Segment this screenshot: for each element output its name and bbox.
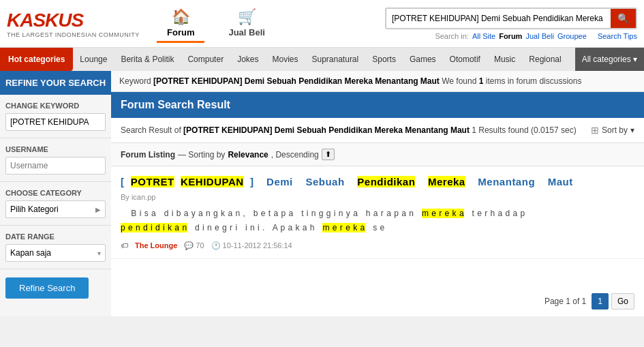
username-label: USERNAME <box>5 145 106 153</box>
title-highlight-potret: POTRET <box>131 176 174 187</box>
tag-icon: 🏷 <box>121 241 128 250</box>
date-range-dropdown[interactable]: Kapan saja ▾ <box>5 244 106 262</box>
date-range-section: DATE RANGE Kapan saja ▾ <box>0 226 111 269</box>
chevron-down-icon: ▾ <box>97 250 101 257</box>
forum-result-header: Forum Search Result <box>111 92 644 118</box>
page-1-button[interactable]: 1 <box>592 293 609 310</box>
cat-regional[interactable]: Regional <box>522 48 568 71</box>
excerpt-highlight-pendidikan: p e n d i d i k a n <box>121 223 187 232</box>
cat-computer[interactable]: Computer <box>181 48 230 71</box>
cat-music[interactable]: Music <box>487 48 522 71</box>
result-meta: 🏷 The Lounge 💬 70 🕐 10-11-2012 21:56:14 <box>121 241 634 250</box>
category-nav: Hot categories Lounge Berita & Politik C… <box>0 48 644 71</box>
jual-beli-icon: 🛒 <box>238 8 256 26</box>
cat-sports[interactable]: Sports <box>365 48 403 71</box>
sort-by-label: Sort by <box>602 125 628 135</box>
title-highlight-mereka: Mereka <box>428 176 465 187</box>
nav-jual-beli-label: Jual Beli <box>228 27 264 37</box>
sorting-order: , Descending <box>271 150 319 160</box>
search-in-label: Search in: <box>435 32 469 40</box>
found-count: 1 <box>479 76 484 86</box>
cat-movies[interactable]: Movies <box>265 48 305 71</box>
result-excerpt: B i s a d i b a y a n g k a n , b e t a … <box>121 207 634 236</box>
choose-category-label: CHOOSE CATEGORY <box>5 189 106 197</box>
refine-search-button[interactable]: Refine Search <box>5 277 89 299</box>
grid-icon: ⊞ <box>591 125 599 136</box>
keyword-prefix: Keyword <box>119 76 151 86</box>
pagination: Page 1 of 1 1 Go <box>111 286 644 316</box>
listing-label: Forum Listing <box>121 150 175 160</box>
username-section: USERNAME <box>0 138 111 182</box>
page-of-label: Page 1 of 1 <box>545 297 586 306</box>
logo-subtitle: THE LARGEST INDONESIAN COMMUNITY <box>7 31 143 38</box>
cat-jokes[interactable]: Jokes <box>230 48 265 71</box>
sorting-key: Relevance <box>228 150 268 160</box>
content-area: Keyword [POTRET KEHIDUPAN] Demi Sebuah P… <box>111 71 644 316</box>
category-value: Pilih Kategori <box>10 205 59 214</box>
change-keyword-section: CHANGE KEYWORD <box>0 95 111 138</box>
keyword-input[interactable] <box>5 113 106 131</box>
cat-supranatural[interactable]: Supranatural <box>305 48 366 71</box>
change-keyword-label: CHANGE KEYWORD <box>5 102 106 110</box>
search-groupee[interactable]: Groupee <box>557 32 587 40</box>
clock-icon: 🕐 <box>211 241 221 250</box>
cat-otomotif[interactable]: Otomotif <box>443 48 487 71</box>
go-button[interactable]: Go <box>611 293 634 310</box>
logo-text: KASKUS <box>7 10 143 31</box>
comment-icon: 💬 <box>184 241 194 250</box>
result-item: [ POTRET KEHIDUPAN ] Demi Sebuah Pendidi… <box>111 166 644 259</box>
choose-category-section: CHOOSE CATEGORY Pilih Kategori ▶ <box>0 182 111 226</box>
forum-icon: 🏠 <box>172 8 190 26</box>
search-area: 🔍 Search in: All Site Forum Jual Beli Gr… <box>289 7 637 40</box>
sort-toggle-button[interactable]: ⬆ <box>322 149 335 160</box>
sort-chevron-icon: ▾ <box>630 125 634 135</box>
username-input[interactable] <box>5 157 106 175</box>
search-in-bar: Search in: All Site Forum Jual Beli Grou… <box>435 32 637 40</box>
category-dropdown[interactable]: Pilih Kategori ▶ <box>5 200 106 218</box>
refine-search-header[interactable]: REFINE YOUR SEARCH <box>0 71 111 95</box>
found-text: We found <box>442 76 478 86</box>
chevron-right-icon: ▶ <box>95 206 101 213</box>
nav-jual-beli[interactable]: 🛒 Jual Beli <box>218 5 275 43</box>
keyword-bar: Keyword [POTRET KEHIDUPAN] Demi Sebuah P… <box>111 71 644 92</box>
logo-area: KASKUS THE LARGEST INDONESIAN COMMUNITY <box>7 10 143 38</box>
search-button[interactable]: 🔍 <box>611 9 636 28</box>
title-highlight-kehidupan: KEHIDUPAN <box>181 176 244 187</box>
cat-lounge[interactable]: Lounge <box>73 48 114 71</box>
all-categories-btn[interactable]: All categories ▾ <box>575 48 644 71</box>
search-box: 🔍 <box>385 7 637 29</box>
replies-count: 💬 70 <box>184 241 204 250</box>
header: KASKUS THE LARGEST INDONESIAN COMMUNITY … <box>0 0 644 48</box>
excerpt-highlight-mereka1: m e r e k a <box>422 209 464 218</box>
nav-forum-label: Forum <box>167 27 194 37</box>
search-input[interactable] <box>386 10 611 27</box>
forum-tag-link[interactable]: The Lounge <box>135 241 177 250</box>
search-forum[interactable]: Forum <box>499 32 522 40</box>
sorting-label: — Sorting by <box>178 150 225 160</box>
date-range-label: DATE RANGE <box>5 232 106 241</box>
title-highlight-pendidikan: Pendidikan <box>357 176 415 187</box>
nav-forum[interactable]: 🏠 Forum <box>157 5 204 43</box>
hot-categories-btn[interactable]: Hot categories <box>0 48 73 71</box>
found-suffix: items in forum discussions <box>486 76 582 86</box>
result-info: Search Result of [POTRET KEHIDUPAN] Demi… <box>111 118 644 143</box>
keyword-text: [POTRET KEHIDUPAN] Demi Sebuah Pendidika… <box>153 76 440 86</box>
result-author: By ican.pp <box>121 193 634 201</box>
listing-header: Forum Listing — Sorting by Relevance , D… <box>111 143 644 166</box>
sort-by-dropdown[interactable]: ⊞ Sort by ▾ <box>591 125 634 136</box>
result-info-text: Search Result of [POTRET KEHIDUPAN] Demi… <box>121 125 577 135</box>
logo: KASKUS THE LARGEST INDONESIAN COMMUNITY <box>7 10 143 38</box>
result-title: [ POTRET KEHIDUPAN ] Demi Sebuah Pendidi… <box>121 175 634 190</box>
excerpt-highlight-mereka2: m e r e k a <box>322 223 365 232</box>
search-jual-beli[interactable]: Jual Beli <box>525 32 554 40</box>
sidebar: REFINE YOUR SEARCH CHANGE KEYWORD USERNA… <box>0 71 111 316</box>
search-tips-link[interactable]: Search Tips <box>598 32 637 40</box>
cat-games[interactable]: Games <box>403 48 443 71</box>
date-item: 🕐 10-11-2012 21:56:14 <box>211 241 292 250</box>
cat-berita[interactable]: Berita & Politik <box>114 48 181 71</box>
date-range-value: Kapan saja <box>10 248 51 258</box>
search-all-site[interactable]: All Site <box>472 32 495 40</box>
main-nav: 🏠 Forum 🛒 Jual Beli <box>143 5 289 43</box>
main-layout: REFINE YOUR SEARCH CHANGE KEYWORD USERNA… <box>0 71 644 316</box>
result-count: 1 Results found (0.0157 sec) <box>472 125 576 135</box>
